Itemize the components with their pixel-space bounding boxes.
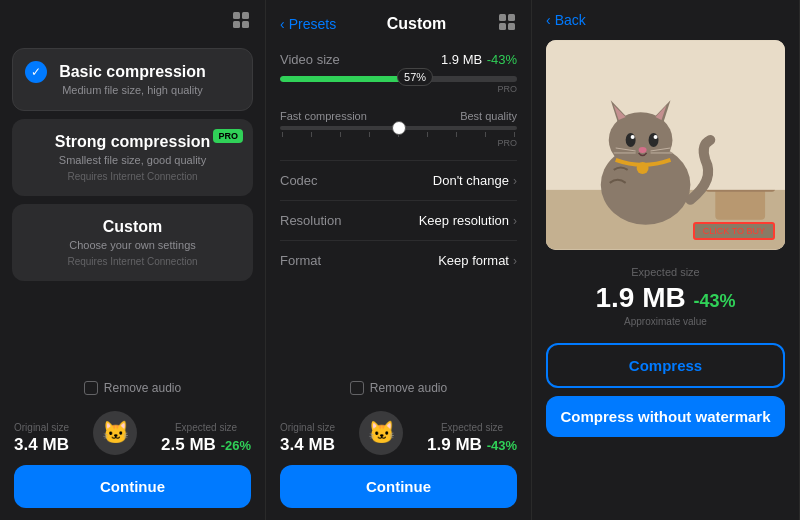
back-chevron-icon: ‹ (280, 16, 285, 32)
strong-title: Strong compression (28, 133, 237, 151)
expected-size-col: Expected size 2.5 MB -26% (161, 422, 251, 455)
svg-rect-3 (242, 21, 249, 28)
custom-title: Custom (28, 218, 237, 236)
custom-warning: Requires Internet Connection (28, 256, 237, 267)
original-size-col: Original size 3.4 MB (14, 422, 69, 455)
panel2-avatar: 🐱 (359, 411, 403, 455)
svg-point-31 (639, 147, 647, 153)
avatar: 🐱 (93, 411, 137, 455)
video-size-values: 1.9 MB -43% (441, 50, 517, 68)
back-to-presets[interactable]: ‹ Presets (280, 16, 336, 32)
resolution-chevron-icon: › (513, 214, 517, 228)
compress-button[interactable]: Compress (546, 343, 785, 388)
video-size-value: 1.9 MB (441, 52, 482, 67)
basic-subtitle: Medium file size, high quality (29, 84, 236, 96)
panel2-expected-size-col: Expected size 1.9 MB -43% (427, 422, 517, 455)
continue-button[interactable]: Continue (14, 465, 251, 508)
compress-without-watermark-button[interactable]: Compress without watermark (546, 396, 785, 437)
action-buttons: Compress Compress without watermark (532, 337, 799, 451)
quality-thumb[interactable] (392, 121, 406, 135)
back-chevron-icon: ‹ (546, 12, 551, 28)
format-chevron-icon: › (513, 254, 517, 268)
resolution-value: Keep resolution › (419, 213, 517, 228)
basic-title: Basic compression (29, 63, 236, 81)
panel2-continue-button[interactable]: Continue (280, 465, 517, 508)
custom-compression-card[interactable]: Custom Choose your own settings Requires… (12, 204, 253, 281)
video-size-label: Video size (280, 52, 340, 67)
compression-options: ✓ Basic compression Medium file size, hi… (0, 40, 265, 373)
remove-audio-label: Remove audio (104, 381, 181, 395)
expected-change-value: -43% (694, 291, 736, 311)
video-size-row: Video size 1.9 MB -43% (280, 50, 517, 68)
back-button[interactable]: ‹ Back (546, 12, 586, 28)
expected-size-value: 2.5 MB -26% (161, 435, 251, 455)
panel1-bottom: Original size 3.4 MB 🐱 Expected size 2.5… (0, 403, 265, 520)
quality-track[interactable] (280, 126, 517, 130)
remove-audio-row: Remove audio (0, 373, 265, 403)
panel2-remove-audio-row: Remove audio (266, 373, 531, 403)
panel2-title: Custom (387, 15, 447, 33)
format-value: Keep format › (438, 253, 517, 268)
panel2-grid-icon[interactable] (497, 12, 517, 36)
video-size-slider-container: 57% PRO (280, 76, 517, 94)
slider-thumb-container: 57% (397, 68, 433, 86)
back-label: Back (555, 12, 586, 28)
cat-preview-image (546, 40, 785, 250)
codec-label: Codec (280, 173, 318, 188)
best-quality-label: Best quality (460, 110, 517, 122)
basic-compression-card[interactable]: ✓ Basic compression Medium file size, hi… (12, 48, 253, 111)
svg-point-27 (626, 133, 636, 147)
panel2-header: ‹ Presets Custom (266, 0, 531, 44)
video-preview: CLICK TO BUY (546, 40, 785, 250)
panel2-remove-audio-label: Remove audio (370, 381, 447, 395)
quality-slider-section: Fast compression Best quality PRO (280, 110, 517, 148)
expected-size-label: Expected size (546, 266, 785, 278)
panel2-expected-label: Expected size (441, 422, 503, 433)
panel-preview-compress: ‹ Back (532, 0, 800, 520)
expected-size-label: Expected size (175, 422, 237, 433)
svg-rect-0 (233, 12, 240, 19)
svg-rect-5 (508, 14, 515, 21)
codec-row[interactable]: Codec Don't change › (280, 160, 517, 200)
svg-rect-1 (242, 12, 249, 19)
remove-audio-checkbox[interactable] (84, 381, 98, 395)
svg-rect-2 (233, 21, 240, 28)
format-label: Format (280, 253, 321, 268)
panel2-original-size-col: Original size 3.4 MB (280, 422, 335, 455)
resolution-label: Resolution (280, 213, 341, 228)
original-size-label: Original size (14, 422, 69, 433)
expected-size-display: 1.9 MB -43% (546, 282, 785, 314)
size-row: Original size 3.4 MB 🐱 Expected size 2.5… (14, 411, 251, 455)
strong-subtitle: Smallest file size, good quality (28, 154, 237, 166)
panel2-original-label: Original size (280, 422, 335, 433)
svg-rect-7 (508, 23, 515, 30)
slider-fill (280, 76, 415, 82)
format-row[interactable]: Format Keep format › (280, 240, 517, 280)
pro-badge: PRO (213, 129, 243, 143)
quality-pro-label: PRO (280, 138, 517, 148)
approx-label: Approximate value (546, 316, 785, 327)
panel2-bottom: Original size 3.4 MB 🐱 Expected size 1.9… (266, 403, 531, 520)
panel2-size-row: Original size 3.4 MB 🐱 Expected size 1.9… (280, 411, 517, 455)
strong-compression-card[interactable]: PRO Strong compression Smallest file siz… (12, 119, 253, 196)
selected-checkmark: ✓ (25, 61, 47, 83)
panel2-original-value: 3.4 MB (280, 435, 335, 455)
panel2-remove-audio-checkbox[interactable] (350, 381, 364, 395)
svg-point-30 (654, 135, 658, 139)
resolution-row[interactable]: Resolution Keep resolution › (280, 200, 517, 240)
slider-thumb[interactable]: 57% (397, 68, 433, 86)
svg-point-29 (631, 135, 635, 139)
custom-subtitle: Choose your own settings (28, 239, 237, 251)
panel3-header: ‹ Back (532, 0, 799, 36)
panel2-expected-value: 1.9 MB -43% (427, 435, 517, 455)
original-size-value: 3.4 MB (14, 435, 69, 455)
svg-rect-6 (499, 23, 506, 30)
expected-change: -26% (221, 438, 251, 453)
grid-icon[interactable] (231, 10, 251, 34)
fast-compression-label: Fast compression (280, 110, 367, 122)
svg-rect-4 (499, 14, 506, 21)
svg-point-28 (649, 133, 659, 147)
panel2-expected-change: -43% (487, 438, 517, 453)
codec-value: Don't change › (433, 173, 517, 188)
presets-label: Presets (289, 16, 336, 32)
